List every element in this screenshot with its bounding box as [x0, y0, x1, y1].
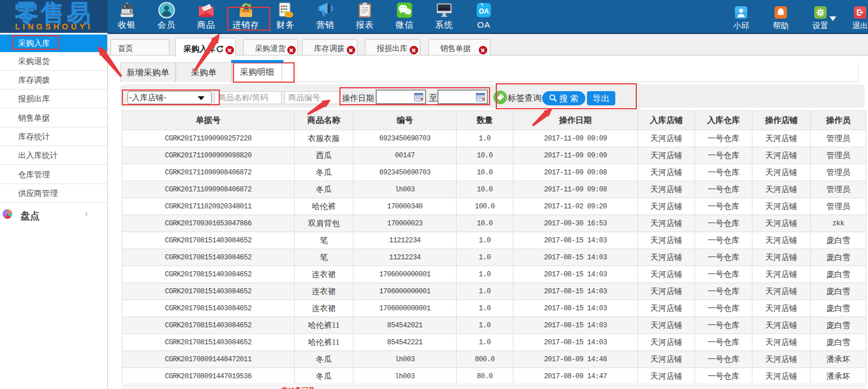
svg-text:OA: OA: [479, 7, 489, 15]
